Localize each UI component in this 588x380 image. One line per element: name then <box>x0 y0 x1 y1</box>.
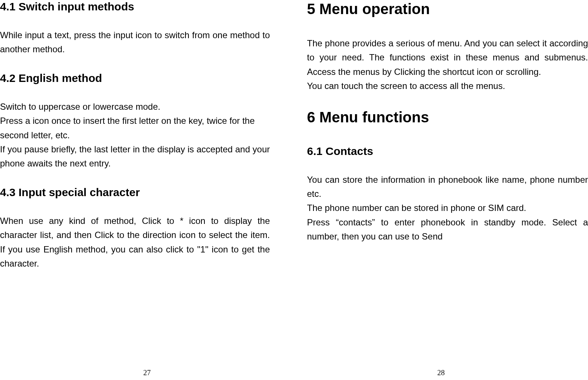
paragraph-4-1-1: While input a text, press the input icon… <box>0 28 270 57</box>
right-page: 5 Menu operation The phone provides a se… <box>294 0 588 380</box>
page-number-left: 27 <box>0 369 294 377</box>
heading-6-1: 6.1 Contacts <box>307 145 588 158</box>
left-content: 4.1 Switch input methods While input a t… <box>0 0 270 380</box>
paragraph-6-1-3: Press “contacts” to enter phonebook in s… <box>307 215 588 244</box>
paragraph-5-1: The phone provides a serious of menu. An… <box>307 36 588 79</box>
heading-4-3: 4.3 Input special character <box>0 186 270 199</box>
document-spread: 4.1 Switch input methods While input a t… <box>0 0 588 380</box>
paragraph-5-2: You can touch the screen to access all t… <box>307 79 588 93</box>
right-content: 5 Menu operation The phone provides a se… <box>307 0 588 380</box>
heading-6: 6 Menu functions <box>307 108 588 126</box>
paragraph-6-1-1: You can store the information in phonebo… <box>307 173 588 201</box>
heading-5: 5 Menu operation <box>307 0 588 18</box>
page-number-right: 28 <box>294 369 588 377</box>
paragraph-4-3-1: When use any kind of method, Click to * … <box>0 214 270 271</box>
paragraph-6-1-2: The phone number can be stored in phone … <box>307 201 588 215</box>
heading-4-1: 4.1 Switch input methods <box>0 0 270 13</box>
paragraph-4-2-2: Press a icon once to insert the first le… <box>0 114 270 142</box>
paragraph-4-2-1: Switch to uppercase or lowercase mode. <box>0 100 270 114</box>
paragraph-4-2-3: If you pause briefly, the last letter in… <box>0 142 270 171</box>
left-page: 4.1 Switch input methods While input a t… <box>0 0 294 380</box>
heading-4-2: 4.2 English method <box>0 72 270 85</box>
